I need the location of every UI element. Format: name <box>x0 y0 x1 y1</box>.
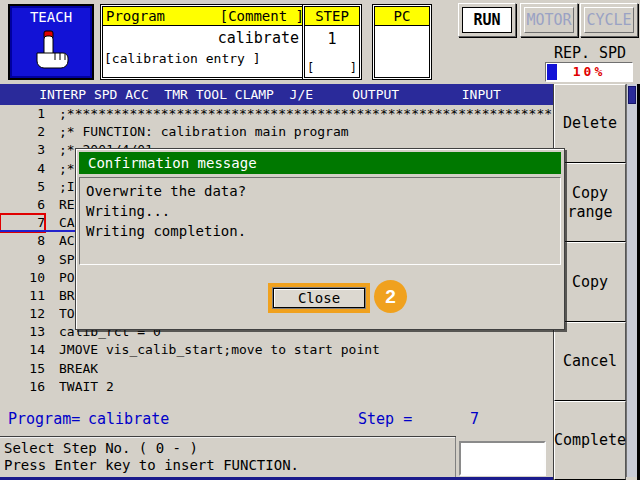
teach-mode-button[interactable]: TEACH <box>8 4 94 80</box>
line-number: 1 <box>0 105 45 123</box>
dialog-title-bar: Confirmation message <box>79 152 561 174</box>
line-number: 13 <box>0 323 45 341</box>
step-current-value: 1 <box>305 26 359 61</box>
complete-button[interactable]: Complete <box>554 401 626 480</box>
close-button-highlight: Close <box>268 283 370 313</box>
comment-header-label: [Comment ] <box>220 8 304 24</box>
dialog-message-1: Overwrite the data? <box>86 181 554 201</box>
program-header-label: Program <box>106 8 165 24</box>
line-number: 15 <box>0 360 45 378</box>
motor-button[interactable]: MOTOR <box>520 3 578 37</box>
prompt-message-line2: Press Enter key to insert FUNCTION. <box>4 457 299 473</box>
cancel-button[interactable]: Cancel <box>554 322 626 401</box>
list-line-15[interactable]: 15BREAK <box>0 360 553 378</box>
line-text: BREAK <box>59 360 98 378</box>
bracket-open: [ <box>307 61 314 75</box>
dialog-message-3: Writing completion. <box>86 221 554 241</box>
line-text: TWAIT 2 <box>59 378 114 396</box>
line-number: 6 <box>0 196 45 214</box>
step-box-header: STEP <box>305 7 359 26</box>
run-label: RUN <box>462 7 512 33</box>
dialog-message-2: Writing... <box>86 201 554 221</box>
status-step-value: 7 <box>470 410 479 428</box>
bracket-close: ] <box>350 61 357 75</box>
program-name-value: calibrate <box>103 26 307 47</box>
line-text: ;***************************************… <box>59 105 552 123</box>
hand-pointer-icon <box>27 27 75 76</box>
scrollbar-thumb[interactable] <box>628 86 636 104</box>
speed-percent-value: 10% <box>546 63 632 81</box>
input-divider-line <box>455 437 456 477</box>
cancel-label: Cancel <box>563 352 617 371</box>
rep-spd-label: REP. SPD <box>545 44 635 62</box>
line-number: 11 <box>0 287 45 305</box>
pc-box-header: PC <box>375 7 429 26</box>
list-line-1[interactable]: 1;**************************************… <box>0 105 553 123</box>
pc-display-box: PC <box>372 4 432 80</box>
teach-label: TEACH <box>30 9 72 25</box>
copy-range-label: Copy range <box>557 184 623 222</box>
close-button[interactable]: Close <box>273 288 365 308</box>
line-number: 4 <box>0 160 45 178</box>
program-box-header: Program [Comment ] <box>103 7 307 26</box>
status-divider-highlight <box>0 437 456 438</box>
line-number: 8 <box>0 232 45 250</box>
annotation-step-badge: 2 <box>374 280 407 313</box>
list-line-14[interactable]: 14JMOVE vis_calib_start;move to start po… <box>0 341 553 359</box>
line-number: 10 <box>0 269 45 287</box>
line-text: JMOVE vis_calib_start;move to start poin… <box>59 341 380 359</box>
line-number: 2 <box>0 123 45 141</box>
copy-label: Copy <box>572 273 608 292</box>
line-number: 3 <box>0 141 45 159</box>
line-text: ;* FUNCTION: calibration main program <box>59 123 349 141</box>
program-comment-value: [calibration entry ] <box>103 47 307 66</box>
motor-label: MOTOR <box>524 7 574 33</box>
run-button[interactable]: RUN <box>458 3 516 37</box>
vertical-scrollbar[interactable] <box>626 84 637 477</box>
status-step-label: Step = <box>358 410 412 428</box>
step-number-input[interactable] <box>459 441 546 476</box>
listing-column-header: INTERP SPD ACC TMR TOOL CLAMP J/E OUTPUT… <box>0 84 553 105</box>
cycle-label: CYCLE <box>584 7 634 33</box>
repeat-speed-bar: 10% <box>545 62 633 82</box>
line-number: 14 <box>0 341 45 359</box>
cycle-button[interactable]: CYCLE <box>580 3 638 37</box>
list-line-16[interactable]: 16TWAIT 2 <box>0 378 553 396</box>
prompt-message-line1: Select Step No. ( 0 - ) <box>4 440 198 456</box>
confirmation-dialog: Confirmation message Overwrite the data?… <box>75 148 565 330</box>
status-program-label: Program= <box>8 410 80 428</box>
dialog-message-panel: Overwrite the data? Writing... Writing c… <box>79 177 561 265</box>
status-program-value: calibrate <box>88 410 169 428</box>
step-bracket-field: [ ] <box>305 61 359 77</box>
line-number: 5 <box>0 178 45 196</box>
list-line-2[interactable]: 2;* FUNCTION: calibration main program <box>0 123 553 141</box>
line-number: 12 <box>0 305 45 323</box>
program-display-box: Program [Comment ] calibrate [calibratio… <box>100 4 310 80</box>
step-display-box: STEP 1 [ ] <box>302 4 362 80</box>
line-number: 9 <box>0 251 45 269</box>
complete-label: Complete <box>554 431 626 450</box>
line-number: 16 <box>0 378 45 396</box>
delete-label: Delete <box>563 114 617 133</box>
